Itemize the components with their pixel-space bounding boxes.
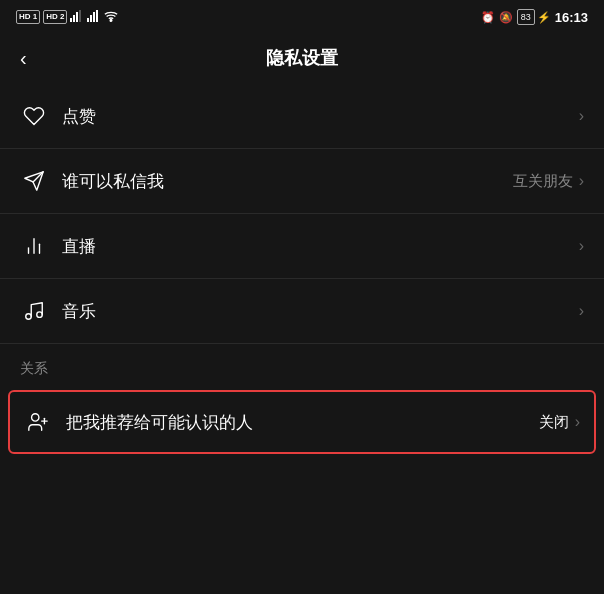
- menu-item-recommend[interactable]: 把我推荐给可能认识的人 关闭 ›: [8, 390, 596, 454]
- signal-4g: [87, 10, 101, 24]
- likes-chevron: ›: [579, 107, 584, 125]
- svg-rect-4: [87, 18, 89, 22]
- message-label: 谁可以私信我: [62, 170, 513, 193]
- svg-point-15: [37, 312, 43, 318]
- recommend-value: 关闭: [539, 413, 569, 432]
- page-header: ‹ 隐私设置: [0, 32, 604, 84]
- send-icon: [20, 167, 48, 195]
- heart-icon: [20, 102, 48, 130]
- page-title: 隐私设置: [266, 46, 338, 70]
- menu-item-message[interactable]: 谁可以私信我 互关朋友 ›: [0, 149, 604, 214]
- live-label: 直播: [62, 235, 579, 258]
- likes-label: 点赞: [62, 105, 579, 128]
- userplus-icon: [24, 408, 52, 436]
- music-label: 音乐: [62, 300, 579, 323]
- svg-rect-5: [90, 15, 92, 22]
- svg-rect-7: [96, 10, 98, 22]
- recommend-label: 把我推荐给可能认识的人: [66, 411, 539, 434]
- section-header-relations: 关系: [0, 344, 604, 386]
- svg-rect-6: [93, 12, 95, 22]
- battery-indicator: 83 ⚡: [517, 9, 551, 25]
- status-left: HD 1 HD 2: [16, 10, 118, 24]
- live-chevron: ›: [579, 237, 584, 255]
- back-button[interactable]: ‹: [20, 47, 27, 70]
- music-right: ›: [579, 302, 584, 320]
- svg-point-16: [32, 414, 39, 421]
- likes-right: ›: [579, 107, 584, 125]
- barchart-icon: [20, 232, 48, 260]
- phone-frame: HD 1 HD 2 ⏰ 🔕 83 ⚡ 16:13 ‹ 隐私设置: [0, 0, 604, 594]
- music-icon: [20, 297, 48, 325]
- svg-rect-0: [70, 18, 72, 22]
- music-chevron: ›: [579, 302, 584, 320]
- svg-rect-3: [79, 10, 81, 22]
- message-chevron: ›: [579, 172, 584, 190]
- alarm-icon: ⏰: [481, 11, 495, 24]
- live-right: ›: [579, 237, 584, 255]
- status-bar: HD 1 HD 2 ⏰ 🔕 83 ⚡ 16:13: [0, 0, 604, 32]
- svg-point-14: [26, 314, 32, 320]
- message-value: 互关朋友: [513, 172, 573, 191]
- menu-item-likes[interactable]: 点赞 ›: [0, 84, 604, 149]
- svg-rect-2: [76, 12, 78, 22]
- svg-point-8: [111, 20, 113, 22]
- signal-5g: [70, 10, 84, 24]
- menu-section: 点赞 › 谁可以私信我 互关朋友 › 直播 ›: [0, 84, 604, 594]
- sound-icon: 🔕: [499, 11, 513, 24]
- status-right: ⏰ 🔕 83 ⚡ 16:13: [481, 9, 588, 25]
- time-display: 16:13: [555, 10, 588, 25]
- hd1-badge: HD 1: [16, 10, 40, 24]
- hd2-badge: HD 2: [43, 10, 67, 24]
- recommend-chevron: ›: [575, 413, 580, 431]
- menu-item-live[interactable]: 直播 ›: [0, 214, 604, 279]
- message-right: 互关朋友 ›: [513, 172, 584, 191]
- recommend-right: 关闭 ›: [539, 413, 580, 432]
- wifi-icon: [104, 10, 118, 24]
- svg-rect-1: [73, 15, 75, 22]
- menu-item-music[interactable]: 音乐 ›: [0, 279, 604, 344]
